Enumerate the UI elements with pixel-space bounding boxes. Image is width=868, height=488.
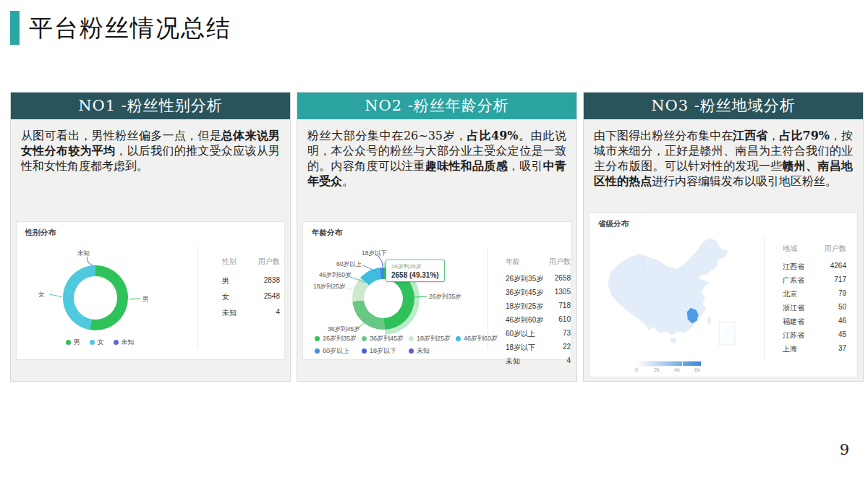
card-divider [197,247,198,349]
table-cell: 北京 [783,289,797,299]
col-header: 用户数 [549,257,571,267]
south-china-sea-inset [719,322,735,345]
region-chart-card: 省级分布 [589,213,858,377]
table-cell: 女 [222,292,229,302]
callout-label-under18: 18岁以下 [362,249,387,258]
title-accent-bar [10,11,20,45]
china-map[interactable] [595,234,744,348]
age-table-rows: 26岁到35岁265836岁到45岁130518岁到25岁71846岁到60岁6… [506,274,571,367]
callout-label-female: 女 [38,291,45,299]
legend-item[interactable]: 18岁到25岁 [409,334,456,343]
table-row: 36岁到45岁1305 [506,288,571,298]
region-chart-title: 省级分布 [598,219,629,229]
colorbar-tick: 4k [672,367,682,373]
card-divider [764,235,765,359]
legend-dot [409,336,414,341]
gender-table-rows: 男2838女2548未知4 [222,276,280,318]
table-row: 广东省717 [783,275,846,286]
age-chart-card: 年龄分布 18岁以下 60岁以上 46岁到60岁 18岁到25岁 36岁到45岁… [302,221,571,360]
page-title: 平台粉丝情况总结 [29,12,231,45]
legend-dot [90,340,95,345]
region-table-head: 地域 用户数 [783,244,846,254]
callout-label-male: 男 [142,296,149,304]
col-header: 用户数 [825,244,846,254]
taiwan-island [707,317,711,325]
legend-label: 26岁到35岁 [323,334,357,343]
gender-donut-chart[interactable] [63,265,128,330]
page-number: 9 [840,441,849,458]
region-table-rows: 江西省4264广东省717北京79浙江省50福建省46江苏省45上海37 [783,262,846,354]
gender-chart-card: 性别分布 未知 女 男 男女未知 性别 用户数 男2838女2548未知4 [16,221,285,360]
hainan-island [671,338,676,343]
table-cell: 江西省 [783,262,804,272]
table-cell: 福建省 [783,317,804,327]
table-row: 60岁以上73 [506,329,571,339]
legend-item[interactable]: 36岁到45岁 [362,334,409,343]
table-cell: 18岁以下 [506,343,535,353]
legend-label: 46岁到60岁 [464,334,498,343]
legend-item[interactable]: 男 [66,338,80,347]
legend-item[interactable]: 26岁到35岁 [315,334,362,343]
legend-item[interactable]: 18岁以下 [362,346,409,356]
panel-region-text: 由下图得出粉丝分布集中在江西省，占比79%，按城市来细分，正好是赣州、南昌为主符… [594,128,853,189]
table-cell: 2548 [264,292,280,302]
legend-dot [114,340,119,345]
table-cell: 1305 [555,288,571,298]
gender-table: 性别 用户数 男2838女2548未知4 [222,257,280,324]
legend-label: 未知 [122,338,135,347]
table-cell: 上海 [783,344,797,354]
callout-label-36to45: 36岁到45岁 [328,325,359,334]
region-table: 地域 用户数 江西省4264广东省717北京79浙江省50福建省46江苏省45上… [783,244,846,358]
legend-item[interactable]: 未知 [114,338,135,347]
legend-label: 未知 [417,346,430,356]
callout-label-18to25: 18岁到25岁 [313,283,345,291]
table-cell: 79 [838,289,846,299]
legend-item[interactable]: 未知 [409,346,456,356]
legend-label: 男 [74,338,80,347]
table-cell: 50 [838,303,846,313]
callout-label-unknown: 未知 [77,249,90,258]
legend-label: 女 [98,338,104,347]
panel-region-header: NO3 -粉丝地域分析 [584,93,863,119]
callout-label-over60: 60岁以上 [336,260,362,269]
legend-dot [456,336,461,341]
table-cell: 718 [558,301,571,312]
col-header: 用户数 [258,257,280,267]
legend-label: 36岁到45岁 [370,334,404,343]
legend-item[interactable]: 60岁以上 [315,346,362,356]
colorbar-tick: 6k [692,367,702,373]
map-colorbar [637,361,702,367]
panel-gender: NO1 -粉丝性别分析 从图可看出，男性粉丝偏多一点，但是总体来说男女性分布较为… [10,92,291,382]
table-row: 未知4 [506,356,571,367]
legend-dot [362,336,367,341]
table-cell: 4 [276,308,280,318]
gender-chart-title: 性别分布 [25,228,56,238]
table-cell: 18岁到25岁 [506,301,543,312]
table-cell: 73 [563,329,571,339]
table-cell: 45 [838,330,846,341]
table-cell: 36岁到45岁 [506,288,543,298]
table-cell: 60岁以上 [506,329,535,339]
legend-dot [315,336,320,341]
legend-item[interactable]: 46岁到60岁 [456,334,503,343]
table-cell: 浙江省 [783,303,804,313]
age-legend: 26岁到35岁36岁到45岁18岁到25岁46岁到60岁60岁以上18岁以下未知 [315,334,507,359]
table-row: 北京79 [783,289,846,299]
legend-label: 60岁以上 [323,346,349,356]
table-row: 18岁以下22 [506,343,571,353]
legend-dot [409,348,414,354]
tooltip-category: 26岁到35岁 [391,262,439,270]
gender-legend: 男女未知 [38,338,161,347]
table-cell: 4264 [830,262,846,272]
table-cell: 2838 [264,276,280,286]
table-cell: 未知 [222,308,237,318]
table-row: 18岁到25岁718 [506,301,571,312]
table-cell: 26岁到35岁 [506,274,543,284]
table-cell: 男 [222,276,229,286]
table-row: 上海37 [783,344,846,354]
legend-item[interactable]: 女 [90,338,104,347]
age-chart-title: 年龄分布 [312,228,342,238]
table-cell: 37 [838,344,846,354]
age-table: 年龄 用户数 26岁到35岁265836岁到45岁130518岁到25岁7184… [506,257,571,370]
legend-dot [66,340,71,345]
